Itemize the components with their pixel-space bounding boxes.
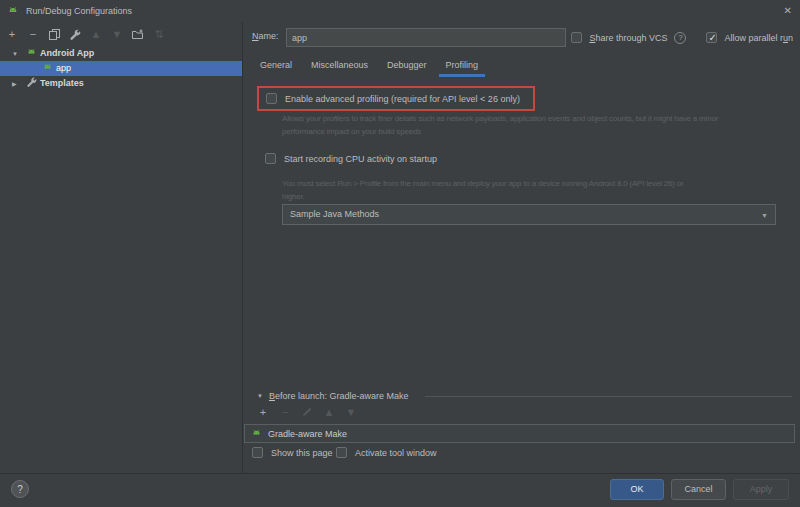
title-bar: Run/Debug Configurations ✕ [0,0,800,22]
sort-configurations-icon: ⇅ [153,28,165,40]
advanced-profiling-description: Allows your profilers to track finer det… [282,112,718,138]
show-this-page-label: Show this page [271,448,333,458]
cpu-recording-description: You must select Run > Profile from the m… [282,177,683,203]
enable-advanced-profiling-label: Enable advanced profiling (required for … [285,94,520,104]
tree-group-templates[interactable]: ▶ Templates [0,76,242,91]
cpu-recording-mode-value: Sample Java Methods [290,209,379,219]
section-expanded-icon: ▼ [257,393,263,399]
templates-wrench-icon [27,77,37,87]
tree-group-label: Android App [40,46,94,61]
allow-parallel-run-checkbox[interactable] [706,32,717,43]
move-up-icon: ▲ [90,28,102,40]
android-icon [42,62,53,73]
move-down-icon: ▼ [111,28,123,40]
tree-item-label: app [56,61,71,76]
tree-group-label: Templates [40,76,84,91]
sidebar-toolbar: + − ▲ ▼ ⇅ [6,27,165,41]
new-folder-icon[interactable] [132,28,144,40]
help-button[interactable]: ? [11,480,29,498]
task-label: Gradle-aware Make [268,429,347,439]
name-label: Name: [252,27,279,46]
tree-expanded-icon: ▼ [12,47,18,62]
allow-parallel-run-label: Allow parallel run [724,33,793,43]
close-icon[interactable]: ✕ [784,0,792,22]
apply-button: Apply [733,479,789,500]
configurations-sidebar: + − ▲ ▼ ⇅ ▼ [0,22,242,474]
android-icon [251,428,262,439]
move-task-up-icon: ▲ [323,406,335,418]
configurations-tree: ▼ Android App app [0,46,242,91]
add-task-button[interactable]: + [257,406,269,418]
tab-profiling[interactable]: Profiling [439,56,486,77]
tree-collapsed-icon: ▶ [12,77,17,92]
remove-task-button: − [279,406,291,418]
header-options: Share through VCS ? Allow parallel run [571,28,793,47]
section-divider [425,396,792,397]
before-launch-task-gradle-aware-make[interactable]: Gradle-aware Make [244,424,795,443]
share-through-vcs-label: Share through VCS [589,33,667,43]
android-icon [26,47,37,58]
move-task-down-icon: ▼ [345,406,357,418]
tab-miscellaneous[interactable]: Miscellaneous [304,56,375,77]
config-tab-bar: General Miscellaneous Debugger Profiling [253,56,490,77]
panel-divider [242,22,243,474]
window-title: Run/Debug Configurations [26,0,132,22]
tree-item-app[interactable]: app [0,61,242,76]
dropdown-arrow-icon: ▼ [761,206,768,225]
activate-tool-window-label: Activate tool window [355,448,437,458]
validation-highlight[interactable]: Enable advanced profiling (required for … [257,86,535,111]
edit-task-pencil-icon [301,406,313,418]
start-recording-cpu-label: Start recording CPU activity on startup [284,154,437,164]
tab-debugger[interactable]: Debugger [380,56,434,77]
show-this-page-row[interactable]: Show this page [252,447,333,458]
before-launch-title: Before launch: Gradle-aware Make [269,391,409,401]
name-input[interactable] [286,28,566,47]
start-recording-cpu-row[interactable]: Start recording CPU activity on startup [265,153,437,164]
start-recording-cpu-checkbox[interactable] [265,153,276,164]
tab-general[interactable]: General [253,56,299,77]
ok-button[interactable]: OK [610,479,664,500]
cpu-recording-mode-select[interactable]: Sample Java Methods ▼ [282,204,776,225]
show-this-page-checkbox[interactable] [252,447,263,458]
before-launch-toolbar: + − ▲ ▼ [257,405,357,418]
remove-configuration-button[interactable]: − [27,28,39,40]
tree-group-android-app[interactable]: ▼ Android App [0,46,242,61]
before-launch-header[interactable]: ▼ Before launch: Gradle-aware Make [257,389,409,403]
footer-divider [0,473,800,474]
copy-configuration-icon[interactable] [48,28,60,40]
enable-advanced-profiling-checkbox[interactable] [266,93,277,104]
share-through-vcs-checkbox[interactable] [571,32,582,43]
help-question-icon[interactable]: ? [674,32,686,44]
activate-tool-window-row[interactable]: Activate tool window [336,447,437,458]
activate-tool-window-checkbox[interactable] [336,447,347,458]
android-app-icon [7,5,19,17]
cancel-button[interactable]: Cancel [671,479,726,500]
add-configuration-button[interactable]: + [6,28,18,40]
edit-defaults-wrench-icon[interactable] [69,28,81,40]
